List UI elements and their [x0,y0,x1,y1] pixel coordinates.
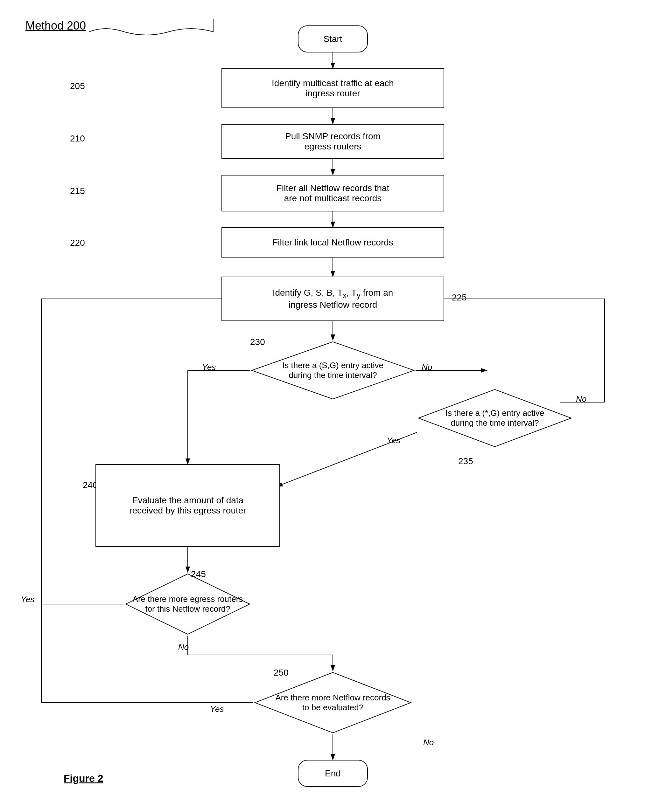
step-205-label: 205 [70,81,85,91]
step-230-label: 230 [250,337,265,347]
svg-marker-24 [252,342,414,399]
dec-250-yes: Yes [210,704,224,714]
step-220: Filter link local Netflow records [221,227,444,258]
step-215-label: 215 [70,186,85,196]
step-210: Pull SNMP records fromegress routers [221,124,444,159]
step-205-text: Identify multicast traffic at eachingres… [272,78,394,99]
step-220-label: 220 [70,238,85,248]
step-205: Identify multicast traffic at eachingres… [221,68,444,108]
figure-label: Figure 2 [64,773,103,784]
step-240-text: Evaluate the amount of datareceived by t… [129,495,246,516]
step-225: Identify G, S, B, Tx, Ty from aningress … [221,276,444,321]
svg-marker-25 [419,390,571,447]
dec-230-yes: Yes [202,362,216,372]
dec-245: Are there more egress routersfor this Ne… [124,572,251,637]
start-label: Start [323,34,342,44]
dec-245-yes: Yes [21,595,35,604]
step-215-text: Filter all Netflow records thatare not m… [277,183,389,204]
step-225-text: Identify G, S, B, Tx, Ty from aningress … [273,288,393,310]
step-220-text: Filter link local Netflow records [272,237,393,248]
start-terminal: Start [298,25,368,53]
diagram: Method 200 [0,0,666,812]
step-250-label: 250 [274,668,288,678]
step-225-label: 225 [452,293,467,302]
dec-235-no: No [576,394,587,404]
dec-235-yes: Yes [387,436,400,445]
svg-marker-26 [126,574,250,634]
dec-250-no: No [423,738,434,748]
step-245-label: 245 [191,569,206,579]
step-215: Filter all Netflow records thatare not m… [221,175,444,211]
dec-235: Is there a (*,G) entry activeduring the … [417,388,573,450]
dec-230: Is there a (S,G) entry activeduring the … [250,340,415,402]
step-240: Evaluate the amount of datareceived by t… [96,464,280,547]
end-label: End [325,768,341,779]
dec-250: Are there more Netflow recordsto be eval… [253,671,412,736]
dec-230-no: No [422,362,432,372]
method-annotation [25,16,216,41]
step-235-label: 235 [458,456,473,467]
step-210-text: Pull SNMP records fromegress routers [285,131,381,152]
end-terminal: End [298,760,368,787]
step-210-label: 210 [70,133,85,144]
dec-245-no: No [178,642,189,652]
svg-marker-27 [255,672,411,733]
